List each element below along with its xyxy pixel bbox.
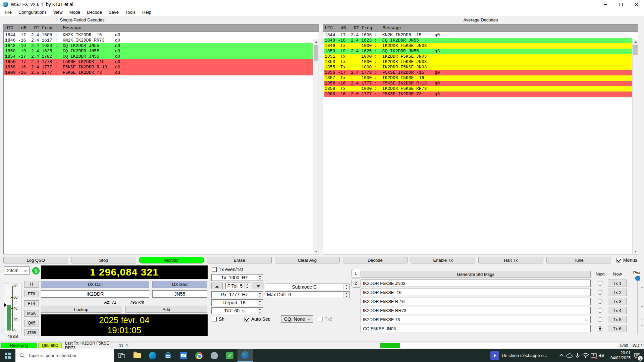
decode-row[interactable]: 1850 -19 2.4 1625 : CQ IK2DDR JN55 q3 xyxy=(4,49,313,54)
tx-even-checkbox-box[interactable] xyxy=(212,267,217,272)
next-radio-6[interactable] xyxy=(598,326,602,331)
decode-button[interactable]: Decode xyxy=(343,257,408,263)
tx-message-field-5[interactable]: IK2DDR F5KSE 73 xyxy=(361,316,591,323)
scrollbar-thumb[interactable] xyxy=(633,45,638,55)
enable-tx-button[interactable]: Enable Tx xyxy=(411,257,475,263)
sh-checkbox[interactable]: Sh xyxy=(212,316,224,322)
decode-row[interactable]: 1848 -16 2.4 1623 : CQ IK2DDR JN55 q0 xyxy=(4,43,313,49)
halt-tx-button[interactable]: Halt Tx xyxy=(478,257,543,263)
log-qso-button[interactable]: Log QSO xyxy=(3,257,68,263)
play-icon[interactable] xyxy=(490,351,499,360)
tx-even-checkbox[interactable]: Tx even/1st xyxy=(212,267,243,272)
erase-button[interactable]: Erase xyxy=(207,257,272,263)
scrollbar-thumb[interactable] xyxy=(314,45,318,61)
tx6-checkbox[interactable]: Tx6 xyxy=(318,316,332,322)
left-scrollbar[interactable] xyxy=(313,39,319,254)
decode-row[interactable]: 1849 Tx 1000 : IK2DDR F5KSE JN03 xyxy=(324,43,632,49)
right-scrollbar[interactable] xyxy=(632,39,638,254)
spinner-arrows-icon[interactable] xyxy=(257,300,263,306)
next-radio-4[interactable] xyxy=(598,308,602,313)
menu-mode[interactable]: Mode xyxy=(66,9,84,15)
taskbar-edge[interactable] xyxy=(145,349,160,362)
spinner-arrows-icon[interactable] xyxy=(257,292,263,298)
scroll-up-icon[interactable] xyxy=(633,39,638,45)
decode-row[interactable]: 1851 Tx 1000 : IK2DDR F5KSE JN03 xyxy=(324,54,632,59)
next-radio-5[interactable] xyxy=(598,317,602,322)
decode-row[interactable]: 1853 Tx 1000 : IK2DDR F5KSE JN03 xyxy=(324,59,632,65)
menu-file[interactable]: File xyxy=(1,9,15,15)
tx-freq-spinner[interactable]: Tx 1000 Hz xyxy=(211,274,263,281)
auto-seq-checkbox[interactable]: Auto Seq xyxy=(245,316,271,322)
mode-button-jt65[interactable]: JT65 xyxy=(24,329,39,336)
decode-row[interactable]: 1850 -19 2.4 1625 : CQ IK2DDR JN55 q3 xyxy=(324,49,632,54)
decode-row[interactable]: 1859 Tx 1000 : IK2DDR F5KSE RR73 xyxy=(324,86,632,92)
report-spinner[interactable]: Report -16 xyxy=(211,299,263,306)
decode-row[interactable]: 1858 -16 2.4 1777 : F5KSE IK2DDR R-13 q0 xyxy=(4,65,313,70)
decode-row[interactable]: 1900 -16 2.6 1777 : F5KSE IK2DDR 73 q3 xyxy=(4,70,313,75)
add-button[interactable]: Add xyxy=(125,306,207,313)
start-button[interactable] xyxy=(0,349,15,362)
taskbar-file-explorer[interactable] xyxy=(129,349,145,362)
menu-configurations[interactable]: Configurations xyxy=(15,9,50,15)
taskbar-search-input[interactable]: Taper ici pour rechercher xyxy=(15,349,114,362)
mode-button-ft8[interactable]: FT8 xyxy=(24,291,39,297)
mode-button-q65[interactable]: Q65 xyxy=(24,320,39,326)
mode-button-msk[interactable]: MSK xyxy=(24,310,39,317)
tx6-now-button[interactable]: Tx 6 xyxy=(608,325,627,332)
submode-spinner[interactable]: Submode C xyxy=(265,284,350,290)
decode-row[interactable]: 1846 -16 2.4 1617 : KN2K IK2DDR RR73 q0 xyxy=(4,38,313,43)
decode-row[interactable]: 1855 Tx 1000 : IK2DDR F5KSE JN03 xyxy=(324,65,632,70)
next-radio-2[interactable] xyxy=(598,290,602,295)
decode-row[interactable]: 1848 -16 2.4 1623 : CQ IK2DDR JN55 xyxy=(324,38,632,43)
rx-freq-spinner[interactable]: Rx 1777 Hz xyxy=(211,291,263,298)
status-led-button[interactable]: S xyxy=(32,267,40,275)
lookup-button[interactable]: Lookup xyxy=(41,306,121,313)
scroll-down-icon[interactable] xyxy=(313,249,319,254)
taskbar-store[interactable] xyxy=(160,349,176,362)
average-list[interactable]: 1844 -17 2.4 1606 : KN2K IK2DDR -15 q018… xyxy=(323,32,638,254)
decode-row[interactable]: 1858 -16 2.4 1777 : F5KSE IK2DDR R-13 q0 xyxy=(324,81,632,86)
ftol-spinner[interactable]: F Tol 5 xyxy=(225,283,250,289)
spinner-arrows-icon[interactable] xyxy=(257,275,263,281)
taskbar-notes-app[interactable] xyxy=(222,349,237,362)
clear-avg-button[interactable]: Clear Avg xyxy=(275,257,339,263)
next-radio-1[interactable] xyxy=(598,281,602,286)
scroll-down-icon[interactable] xyxy=(633,249,638,254)
taskbar-browser[interactable] xyxy=(191,349,207,362)
stop-button[interactable]: Stop xyxy=(71,257,136,263)
tx5-now-button[interactable]: Tx 5 xyxy=(608,316,627,323)
taskbar-mail[interactable] xyxy=(176,349,191,362)
tab-2[interactable]: 2 xyxy=(351,279,360,288)
max-drift-spinner[interactable]: Max Drift 0 xyxy=(265,291,350,298)
mode-button-ft4[interactable]: FT4 xyxy=(24,300,39,307)
tray-onedrive[interactable] xyxy=(566,349,574,362)
task-view-button[interactable] xyxy=(114,349,129,362)
next-radio-3[interactable] xyxy=(598,299,602,304)
band-select[interactable]: 23cm xyxy=(4,266,30,275)
tr-period-spinner[interactable]: T/R 60 s xyxy=(211,307,263,314)
scroll-up-icon[interactable] xyxy=(313,39,319,45)
menus-checkbox-box[interactable] xyxy=(616,258,621,262)
tray-volume[interactable] xyxy=(598,349,606,362)
menu-help[interactable]: Help xyxy=(139,9,155,15)
menu-decode[interactable]: Decode xyxy=(84,9,105,15)
pwr-slider-handle[interactable] xyxy=(635,276,640,281)
menus-checkbox[interactable]: Menus xyxy=(611,257,637,263)
media-widget[interactable]: Un chien s'échappe e... xyxy=(490,351,557,360)
cq-select[interactable]: CQ: None xyxy=(281,315,313,323)
taskbar-wsjtx-active[interactable] xyxy=(237,349,253,362)
tray-wifi[interactable] xyxy=(582,349,590,362)
dx-grid-field[interactable]: JN55 xyxy=(152,290,207,298)
tx1-now-button[interactable]: Tx 1 xyxy=(608,280,627,287)
menu-view[interactable]: View xyxy=(50,9,66,15)
tx2-now-button[interactable]: Tx 2 xyxy=(608,289,627,296)
notification-center-button[interactable]: 3 xyxy=(631,349,644,362)
generate-std-msgs-button[interactable]: Generate Std Msgs xyxy=(361,271,591,278)
taskbar-clock[interactable]: 20:01 04/02/2025 xyxy=(606,351,631,361)
tray-expand-button[interactable] xyxy=(557,349,566,362)
tx-message-field-3[interactable]: IK2DDR F5KSE R-16 xyxy=(361,298,591,305)
spinner-arrows-icon[interactable] xyxy=(257,308,263,314)
mode-button-h[interactable]: H xyxy=(24,281,39,288)
tx-message-field-2[interactable]: IK2DDR F5KSE -16 xyxy=(361,289,591,296)
auto-seq-checkbox-box[interactable] xyxy=(245,317,249,321)
